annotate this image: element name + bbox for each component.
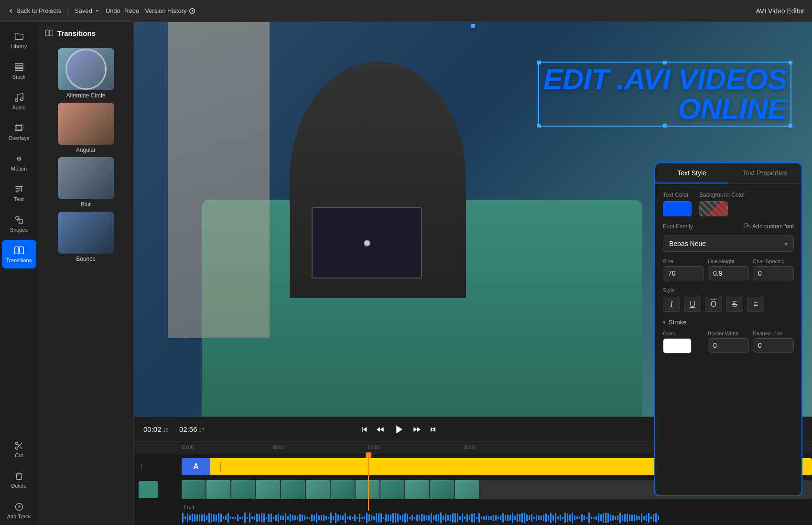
italic-button[interactable]: I bbox=[663, 297, 680, 312]
waveform-bar bbox=[268, 514, 270, 522]
dashed-line-input[interactable]: 0 bbox=[753, 338, 794, 353]
sidebar-item-text[interactable]: Text bbox=[2, 179, 36, 207]
stroke-width-input[interactable]: 0 bbox=[708, 338, 749, 353]
line-height-input[interactable]: 0.9 bbox=[708, 266, 749, 280]
add-custom-font-button[interactable]: Add custom font bbox=[744, 223, 794, 230]
bg-color-swatch[interactable] bbox=[699, 201, 728, 216]
tab-text-properties[interactable]: Text Properties bbox=[728, 163, 801, 183]
waveform-bar bbox=[187, 514, 188, 522]
waveform-bar bbox=[392, 513, 394, 523]
waveform-bar bbox=[627, 514, 628, 522]
redo-button[interactable]: Redo bbox=[124, 7, 139, 14]
laptop-screen bbox=[313, 208, 421, 278]
handle-top-center[interactable] bbox=[471, 24, 475, 28]
text-track-options[interactable]: ⋮ bbox=[139, 463, 144, 470]
bg-color-label: Background Color bbox=[699, 192, 745, 198]
waveform-bar bbox=[572, 513, 573, 523]
playhead-handle[interactable] bbox=[366, 452, 371, 458]
transitions-panel: Transitions Alternate Circle Angular Blu… bbox=[38, 22, 134, 525]
sidebar-item-audio[interactable]: Audio bbox=[2, 87, 36, 116]
rewind-button[interactable] bbox=[376, 425, 385, 434]
waveform-bar bbox=[385, 514, 387, 522]
waveform-bar bbox=[196, 514, 198, 521]
strikethrough-button[interactable]: S bbox=[726, 297, 743, 312]
fast-forward-button[interactable] bbox=[412, 425, 422, 434]
underline-button[interactable]: U bbox=[684, 297, 701, 312]
waveform-bar bbox=[502, 513, 504, 522]
play-button[interactable] bbox=[392, 423, 405, 436]
waveform-bar bbox=[306, 517, 308, 518]
add-track-tool[interactable]: Add Track bbox=[2, 496, 36, 525]
curtain bbox=[168, 22, 270, 338]
track-handle bbox=[220, 462, 221, 471]
transition-thumb-alt-circle bbox=[58, 48, 114, 90]
sidebar-item-stock[interactable]: Stock bbox=[2, 56, 36, 85]
waveform-bar bbox=[237, 514, 238, 522]
char-spacing-input[interactable]: 0 bbox=[753, 266, 794, 280]
waveform-bar bbox=[519, 514, 520, 522]
waveform-bar bbox=[541, 515, 542, 520]
overlay-text-line1: EDIT .AVI VIDEOS bbox=[543, 64, 787, 94]
playhead[interactable] bbox=[368, 453, 369, 511]
skip-to-start-button[interactable] bbox=[359, 425, 369, 434]
video-mini-thumb-8 bbox=[356, 480, 379, 499]
handle-bl[interactable] bbox=[537, 124, 541, 128]
sidebar-item-shapes[interactable]: Shapes bbox=[2, 209, 36, 238]
skip-to-end-button[interactable] bbox=[428, 425, 438, 434]
overline-button[interactable]: O bbox=[705, 297, 722, 312]
waveform-bar bbox=[552, 515, 554, 521]
stroke-chevron-icon[interactable]: ▾ bbox=[663, 319, 666, 325]
video-mini-thumb-2 bbox=[206, 480, 230, 499]
handle-bc[interactable] bbox=[663, 124, 667, 128]
font-family-row: Font Family Add custom font bbox=[663, 223, 794, 230]
sidebar-item-overlays[interactable]: Overlays bbox=[2, 118, 36, 146]
version-history-button[interactable]: Version History bbox=[145, 7, 195, 14]
bg-color-item: Background Color bbox=[699, 192, 745, 216]
transition-angular[interactable]: Angular bbox=[42, 103, 130, 153]
sidebar-item-motion[interactable]: Motion bbox=[2, 148, 36, 177]
folder-icon bbox=[14, 31, 24, 42]
waveform-bar bbox=[325, 516, 327, 520]
waveform-bar bbox=[426, 515, 427, 520]
back-to-projects-button[interactable]: Back to Projects bbox=[8, 7, 61, 14]
waveform-bar bbox=[531, 514, 532, 522]
right-panel: Text Style Text Properties Text Color Ba… bbox=[654, 162, 802, 496]
waveform-bar bbox=[555, 513, 556, 523]
waveform-bar bbox=[524, 513, 525, 523]
size-row: Size 70 Line Height 0.9 Char Spacing 0 bbox=[663, 258, 794, 280]
delete-tool[interactable]: Delete bbox=[2, 466, 36, 494]
svg-rect-2 bbox=[15, 66, 23, 68]
text-track-label: A bbox=[182, 458, 210, 475]
cut-tool[interactable]: Cut bbox=[2, 435, 36, 464]
skip-end-icon bbox=[428, 425, 438, 434]
waveform-bar bbox=[579, 516, 580, 519]
tab-text-style[interactable]: Text Style bbox=[655, 163, 728, 183]
waveform-bar bbox=[617, 515, 618, 520]
transition-blur[interactable]: Blur bbox=[42, 157, 130, 208]
align-button[interactable]: ≡ bbox=[747, 297, 764, 312]
waveform-bar bbox=[459, 516, 461, 520]
waveform-bar bbox=[349, 515, 351, 520]
size-input[interactable]: 70 bbox=[663, 266, 704, 280]
saved-button[interactable]: Saved bbox=[75, 7, 100, 14]
transition-alternate-circle[interactable]: Alternate Circle bbox=[42, 48, 130, 99]
transition-bounce[interactable]: Bounce bbox=[42, 212, 130, 262]
handle-tl[interactable] bbox=[537, 61, 541, 64]
stroke-color-field: Color bbox=[663, 331, 704, 354]
svg-point-12 bbox=[15, 442, 18, 445]
text-track-controls: ⋮ bbox=[134, 463, 182, 470]
handle-tr[interactable] bbox=[789, 61, 792, 64]
undo-button[interactable]: Undo bbox=[106, 7, 120, 14]
waveform-bar bbox=[213, 514, 215, 521]
waveform-bar bbox=[612, 515, 614, 520]
waveform-bar bbox=[588, 513, 590, 523]
handle-tc[interactable] bbox=[663, 61, 667, 64]
sidebar-item-library[interactable]: Library bbox=[2, 26, 36, 54]
sidebar-item-transitions[interactable]: Transitions bbox=[2, 240, 36, 268]
waveform-bar bbox=[311, 514, 313, 521]
font-dropdown-button[interactable]: Bebas Neue ▾ bbox=[663, 236, 794, 252]
stroke-color-swatch[interactable] bbox=[663, 338, 692, 354]
style-label: Style bbox=[663, 287, 794, 293]
text-color-swatch[interactable] bbox=[663, 201, 692, 216]
handle-br[interactable] bbox=[789, 124, 792, 128]
